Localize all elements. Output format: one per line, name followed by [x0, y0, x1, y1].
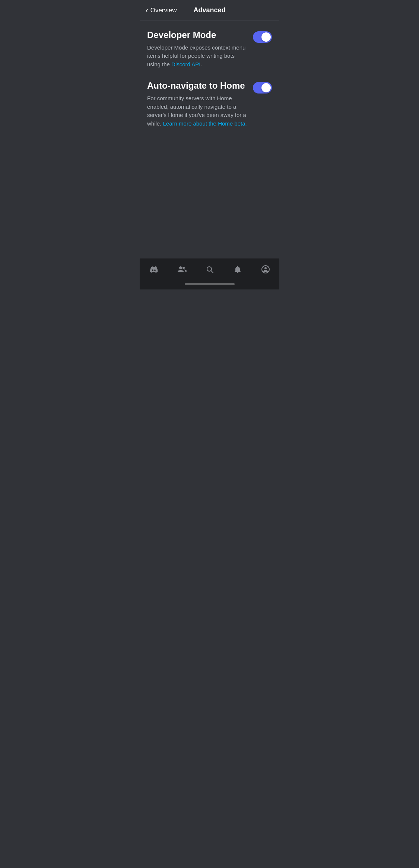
- back-label: Overview: [150, 7, 177, 14]
- nav-item-search[interactable]: [200, 263, 219, 277]
- auto-navigate-toggle-knob: [261, 83, 271, 92]
- auto-navigate-description: For community servers with Home enabled,…: [147, 94, 247, 128]
- auto-navigate-header: Auto-navigate to Home For community serv…: [147, 80, 272, 128]
- nav-item-profile[interactable]: [256, 263, 275, 277]
- auto-navigate-text: Auto-navigate to Home For community serv…: [147, 80, 247, 128]
- nav-item-discord[interactable]: [145, 263, 163, 277]
- bell-icon: [233, 264, 242, 276]
- developer-mode-description: Developer Mode exposes context menu item…: [147, 44, 247, 69]
- developer-mode-text: Developer Mode Developer Mode exposes co…: [147, 30, 247, 69]
- friends-icon: [177, 264, 187, 276]
- developer-mode-toggle-knob: [261, 32, 271, 42]
- settings-content: Developer Mode Developer Mode exposes co…: [140, 21, 279, 258]
- auto-navigate-section: Auto-navigate to Home For community serv…: [147, 80, 272, 128]
- back-chevron-icon: ‹: [146, 6, 148, 15]
- svg-point-4: [264, 267, 267, 269]
- bottom-nav: [140, 258, 279, 280]
- discord-api-link[interactable]: Discord API: [171, 61, 200, 67]
- developer-mode-toggle[interactable]: [253, 31, 272, 43]
- header: ‹ Overview Advanced: [140, 0, 279, 21]
- home-beta-link[interactable]: Learn more about the Home beta.: [163, 120, 247, 127]
- developer-mode-section: Developer Mode Developer Mode exposes co…: [147, 30, 272, 69]
- svg-point-0: [182, 267, 185, 269]
- profile-icon: [261, 264, 270, 276]
- search-icon: [205, 264, 215, 276]
- home-indicator: [140, 280, 279, 289]
- nav-item-notifications[interactable]: [228, 263, 247, 277]
- auto-navigate-title: Auto-navigate to Home: [147, 80, 247, 91]
- back-button[interactable]: ‹ Overview: [146, 6, 177, 15]
- developer-mode-title: Developer Mode: [147, 30, 247, 41]
- svg-line-2: [211, 271, 213, 273]
- home-bar: [185, 283, 235, 285]
- discord-icon: [149, 264, 159, 276]
- developer-mode-header: Developer Mode Developer Mode exposes co…: [147, 30, 272, 69]
- page-title: Advanced: [193, 6, 225, 14]
- nav-item-friends[interactable]: [172, 263, 191, 277]
- auto-navigate-toggle[interactable]: [253, 82, 272, 94]
